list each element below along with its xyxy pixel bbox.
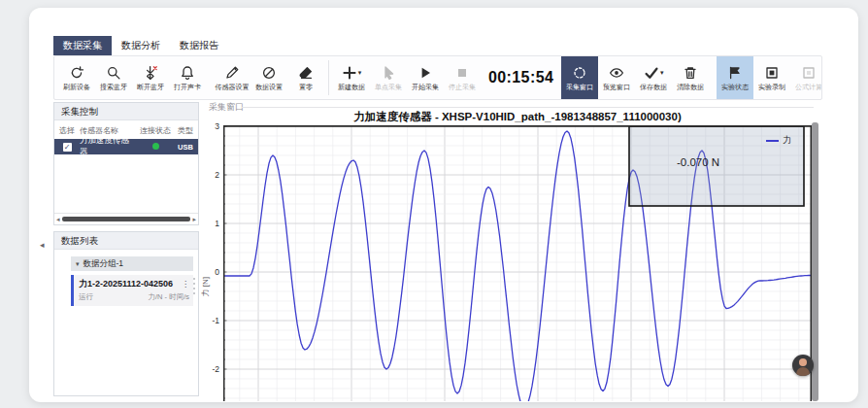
check-icon <box>644 65 659 81</box>
experiment-record-button[interactable]: 实验录制 <box>753 57 790 98</box>
stop-capture-button[interactable]: 停止采集 <box>444 57 481 98</box>
trash-icon <box>683 65 698 81</box>
sensor-settings-button[interactable]: 传感器设置 <box>214 57 250 98</box>
y-tick-label: 2 <box>204 170 219 180</box>
stop-icon <box>454 65 470 81</box>
chart-plot-area[interactable] <box>223 125 812 401</box>
item-axes-label: 力/N - 时间/s <box>149 292 190 302</box>
button-label: 开始采集 <box>412 84 439 90</box>
data-list-panel: 数据列表 ▾数据分组-1力1-2-20251112-042506⋮运行力/N -… <box>53 231 199 396</box>
start-capture-button[interactable]: 开始采集 <box>407 57 444 98</box>
clear-data-button[interactable]: 清除数据 <box>672 57 709 98</box>
toolbar-divider <box>328 60 329 95</box>
set-zero-button[interactable]: 置零 <box>287 57 324 98</box>
search-icon <box>106 65 121 81</box>
vertical-scrollbar-thumb[interactable] <box>812 122 818 401</box>
data-settings-button[interactable]: 数据设置 <box>250 57 287 98</box>
formula-square-icon <box>801 65 817 81</box>
capture-timer: 00:15:54 <box>488 69 553 86</box>
scrollbar-thumb[interactable] <box>62 217 191 221</box>
toolbar: 刷新设备搜索蓝牙断开蓝牙打开声卡传感器设置数据设置置零▾新建数据单点采集开始采集… <box>53 55 822 100</box>
button-label: 打开声卡 <box>174 84 201 90</box>
column-header: 连接状态 <box>136 125 175 136</box>
legend-line-swatch <box>766 140 779 142</box>
eraser-icon <box>298 65 314 81</box>
acquisition-control-panel: 采集控制 选择传感器名称连接状态类型 ✓力加速度传感器USB ◂ ▸ <box>53 102 199 225</box>
button-label: 数据设置 <box>255 84 283 90</box>
button-label: 公式计算 <box>795 84 822 90</box>
avatar-body <box>796 367 810 376</box>
formula-calc-button[interactable]: 公式计算 <box>790 57 822 98</box>
button-label: 预览窗口 <box>603 84 630 90</box>
new-data-button[interactable]: ▾新建数据 <box>333 57 370 98</box>
vertical-scrollbar[interactable] <box>812 122 818 401</box>
refresh-devices-button[interactable]: 刷新设备 <box>58 57 95 98</box>
group-label: 数据分组-1 <box>83 258 124 270</box>
record-square-icon <box>764 65 780 81</box>
preview-window-button[interactable]: 预览窗口 <box>598 57 635 98</box>
capture-window-button[interactable]: 采集窗口 <box>561 55 598 100</box>
button-label: 刷新设备 <box>63 84 90 90</box>
button-label: 清除数据 <box>677 84 704 90</box>
data-list-panel-title: 数据列表 <box>54 232 198 250</box>
refresh-icon <box>69 65 84 81</box>
open-soundcard-button[interactable]: 打开声卡 <box>169 57 206 98</box>
assistant-avatar-button[interactable] <box>792 355 814 376</box>
sensor-table-body: ✓力加速度传感器USB <box>54 139 198 154</box>
chart-legend: 力 <box>766 134 791 147</box>
caret-down-icon: ▾ <box>660 69 664 76</box>
save-data-button[interactable]: ▾保存数据 <box>635 57 672 98</box>
data-group-row[interactable]: ▾数据分组-1 <box>71 256 193 271</box>
item-status: 运行 <box>79 292 93 302</box>
eye-icon <box>609 65 624 81</box>
y-tick-label: 3 <box>204 121 219 131</box>
disconnect-bluetooth-button[interactable]: 断开蓝牙 <box>132 57 169 98</box>
bt-off-icon <box>143 65 158 81</box>
button-label: 置零 <box>299 84 313 90</box>
button-label: 搜索蓝牙 <box>100 84 127 90</box>
scroll-left-icon[interactable]: ◂ <box>56 216 60 222</box>
legend-series-label: 力 <box>783 134 791 147</box>
play-icon <box>417 65 433 81</box>
acquisition-panel-title: 采集控制 <box>54 103 198 120</box>
button-label: 传感器设置 <box>215 84 249 90</box>
flag-icon <box>727 65 743 81</box>
plus-icon <box>342 65 357 81</box>
experiment-status-button[interactable]: 实验状态 <box>717 55 753 100</box>
tab-data-analysis[interactable]: 数据分析 <box>112 36 170 55</box>
dashed-circle-icon <box>572 65 587 81</box>
data-list-item[interactable]: 力1-2-20251112-042506⋮运行力/N - 时间/s <box>71 275 193 306</box>
chart-title: 力加速度传感器 - XHSP-V10HID_path_-1981348857_1… <box>223 110 812 124</box>
sensor-table-row[interactable]: ✓力加速度传感器USB <box>54 139 198 154</box>
pointer-icon <box>381 65 396 81</box>
pen-icon <box>224 65 240 81</box>
scroll-right-icon[interactable]: ▸ <box>192 216 196 222</box>
button-label: 新建数据 <box>338 84 365 90</box>
caret-down-icon: ▾ <box>358 69 362 76</box>
item-menu-icon[interactable]: ⋮ <box>182 280 189 289</box>
bell-icon <box>180 65 195 81</box>
tab-data-capture[interactable]: 数据采集 <box>53 36 112 55</box>
group-expanded-icon[interactable]: ▾ <box>76 260 80 268</box>
value-annotation: -0.070 N <box>677 156 719 168</box>
tab-data-report[interactable]: 数据报告 <box>170 36 228 55</box>
data-list-body: ▾数据分组-1力1-2-20251112-042506⋮运行力/N - 时间/s <box>54 250 198 395</box>
horizontal-scrollbar[interactable]: ◂ ▸ <box>54 213 198 224</box>
avatar-head <box>799 358 807 366</box>
row-checkbox[interactable]: ✓ <box>63 143 72 152</box>
y-tick-label: 0 <box>204 267 219 277</box>
sensor-table-empty-area <box>54 154 198 213</box>
search-bluetooth-button[interactable]: 搜索蓝牙 <box>95 57 132 98</box>
slash-circle-icon <box>261 65 277 81</box>
panel-splitter-handle[interactable] <box>193 278 195 294</box>
button-label: 实验状态 <box>721 84 749 90</box>
sidebar-collapse-icon[interactable]: ◂ <box>40 240 45 250</box>
connection-status-dot <box>152 143 159 150</box>
y-tick-label: -1 <box>204 316 219 325</box>
y-tick-label: -2 <box>204 364 219 374</box>
button-label: 实验录制 <box>758 84 785 90</box>
single-point-capture-button[interactable]: 单点采集 <box>370 57 407 98</box>
button-label: 断开蓝牙 <box>137 84 164 90</box>
pane-caption-rule <box>242 107 814 108</box>
tab-bar: 数据采集数据分析数据报告 <box>53 36 228 55</box>
